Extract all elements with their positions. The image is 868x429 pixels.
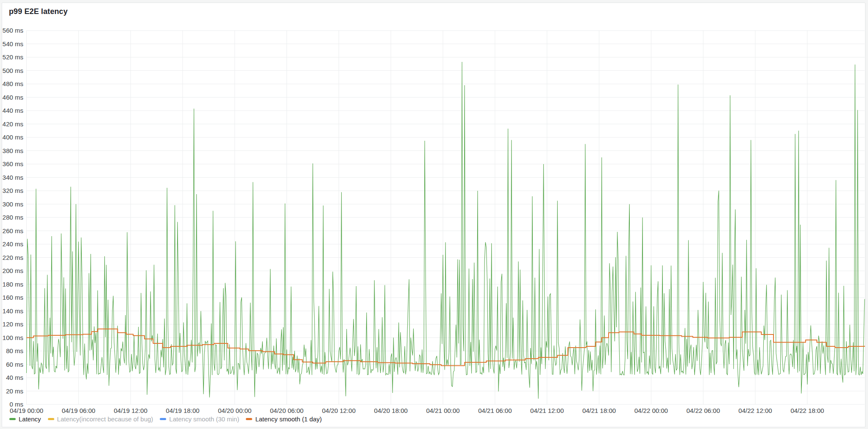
y-axis-tick: 40 ms: [0, 374, 23, 381]
y-axis-tick: 80 ms: [0, 348, 23, 354]
y-axis-tick: 200 ms: [0, 267, 23, 274]
x-axis-tick: 04/19 18:00: [155, 407, 210, 414]
series-lines: [27, 62, 865, 398]
x-axis-tick: 04/22 06:00: [676, 407, 731, 414]
series-color-marker-icon: [48, 418, 54, 420]
y-axis-tick: 380 ms: [0, 148, 23, 154]
x-axis-tick: 04/21 06:00: [467, 407, 523, 414]
y-axis-tick: 360 ms: [0, 161, 23, 167]
y-axis-tick: 400 ms: [0, 134, 23, 141]
x-axis-tick: 04/19 12:00: [103, 407, 158, 414]
y-axis-tick: 160 ms: [0, 294, 23, 301]
x-axis-tick: 04/19 06:00: [51, 407, 106, 414]
legend-item-latency-incorrect-because-of-bug[interactable]: Latency(incorrect because of bug): [48, 415, 153, 423]
x-axis-tick: 04/20 12:00: [311, 407, 366, 414]
legend-item-latency[interactable]: Latency: [9, 415, 41, 423]
x-axis-tick: 04/22 18:00: [780, 407, 835, 414]
x-axis-tick: 04/19 00:00: [0, 407, 54, 414]
x-axis-tick: 04/20 06:00: [259, 407, 314, 414]
legend-item-label: Latency(incorrect because of bug): [57, 415, 153, 423]
x-axis-tick: 04/20 00:00: [207, 407, 262, 414]
y-axis-tick: 480 ms: [0, 81, 23, 87]
y-axis-tick: 240 ms: [0, 241, 23, 248]
y-axis-tick: 100 ms: [0, 334, 23, 341]
legend: LatencyLatency(incorrect because of bug)…: [9, 415, 322, 423]
y-axis-tick: 460 ms: [0, 94, 23, 101]
y-axis-tick: 140 ms: [0, 308, 23, 315]
x-axis-tick: 04/22 12:00: [728, 407, 783, 414]
y-axis-tick: 60 ms: [0, 361, 23, 368]
y-axis-tick: 440 ms: [0, 107, 23, 114]
y-axis-tick: 20 ms: [0, 388, 23, 395]
y-axis-tick: 280 ms: [0, 214, 23, 221]
x-axis-tick: 04/20 18:00: [363, 407, 418, 414]
y-axis-tick: 560 ms: [0, 27, 23, 34]
latency-chart[interactable]: [0, 0, 868, 429]
x-axis-tick: 04/21 18:00: [572, 407, 627, 414]
y-axis-tick: 540 ms: [0, 41, 23, 47]
y-axis-tick: 320 ms: [0, 187, 23, 194]
y-axis-tick: 260 ms: [0, 228, 23, 234]
legend-item-label: Latency smooth (30 min): [169, 415, 239, 423]
y-axis-tick: 420 ms: [0, 121, 23, 128]
y-axis-tick: 120 ms: [0, 321, 23, 328]
grid-lines: [27, 31, 865, 404]
legend-item-label: Latency: [19, 415, 41, 423]
y-axis-tick: 180 ms: [0, 281, 23, 288]
series-color-marker-icon: [9, 418, 16, 420]
legend-item-label: Latency smooth (1 day): [255, 415, 322, 423]
x-axis-tick: 04/21 12:00: [520, 407, 575, 414]
y-axis-tick: 500 ms: [0, 67, 23, 74]
y-axis-tick: 220 ms: [0, 254, 23, 261]
legend-item-latency-smooth-1-day[interactable]: Latency smooth (1 day): [246, 415, 322, 423]
x-axis-tick: 04/21 00:00: [415, 407, 470, 414]
series-color-marker-icon: [160, 418, 166, 420]
series-color-marker-icon: [246, 418, 252, 420]
y-axis-tick: 520 ms: [0, 54, 23, 61]
y-axis-tick: 340 ms: [0, 174, 23, 181]
legend-item-latency-smooth-30-min[interactable]: Latency smooth (30 min): [160, 415, 239, 423]
y-axis-tick: 300 ms: [0, 201, 23, 208]
x-axis-tick: 04/22 00:00: [623, 407, 679, 414]
